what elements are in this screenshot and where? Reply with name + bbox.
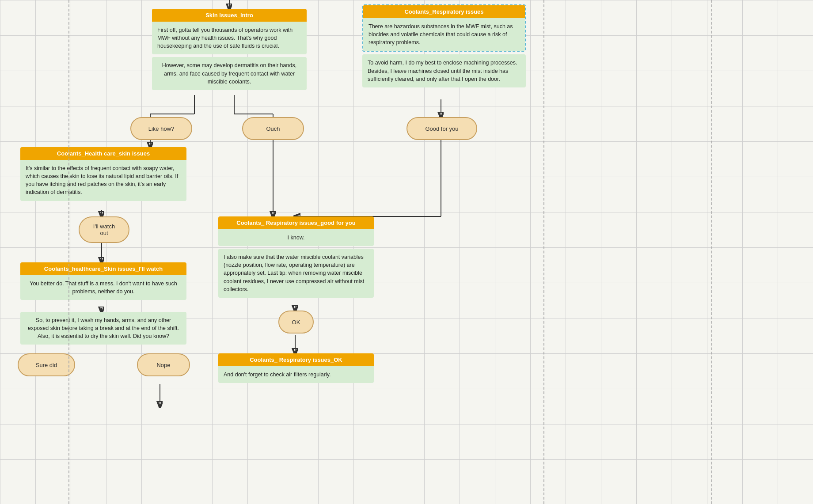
coolants-respiratory-header: Coolants_Respiratory issues — [363, 5, 525, 18]
coolants-health-skin-body: It's similar to the effects of frequent … — [20, 160, 186, 201]
sure-did-bubble[interactable]: Sure did — [18, 353, 75, 376]
coolants-healthcare-watch-node: Coolants_healthcare_Skin issues_I'll wat… — [20, 262, 186, 300]
nope-bubble[interactable]: Nope — [137, 353, 190, 376]
coolants-respiratory-body2: To avoid harm, I do my best to enclose m… — [362, 54, 526, 87]
coolants-resp-good-header: Coolants_ Respiratory issues_good for yo… — [218, 216, 374, 229]
coolants-healthcare-watch-body: You better do. That stuff is a mess. I d… — [20, 275, 186, 300]
coolants-resp-ok-body: And don't forget to check air filters re… — [218, 366, 374, 383]
coolants-health-skin-node: Coolants_Health care_skin issues It's si… — [20, 147, 186, 201]
coolants-resp-good-body1: I know. — [218, 229, 374, 246]
coolants-respiratory-node: Coolants_Respiratory issues There are ha… — [362, 4, 526, 87]
coolants-healthcare-watch-header: Coolants_healthcare_Skin issues_I'll wat… — [20, 262, 186, 275]
coolants-resp-ok-header: Coolants_ Respiratory issues_OK — [218, 353, 374, 366]
good-for-you-bubble[interactable]: Good for you — [406, 117, 477, 140]
skin-issues-intro-body1: First off, gotta tell you thousands of o… — [152, 22, 307, 54]
ok-bubble[interactable]: OK — [278, 311, 314, 333]
skin-issues-intro-node: Skin issues_intro First off, gotta tell … — [152, 9, 307, 90]
skin-issues-intro-header: Skin issues_intro — [152, 9, 307, 22]
skin-issues-intro-body2: However, some may develop dermatitis on … — [152, 57, 307, 90]
ill-watch-out-bubble[interactable]: I'll watch out — [79, 216, 129, 243]
skin-prevent-node: So, to prevent it, I wash my hands, arms… — [20, 312, 186, 345]
coolants-resp-ok-node: Coolants_ Respiratory issues_OK And don'… — [218, 353, 374, 383]
coolants-resp-good-node: Coolants_ Respiratory issues_good for yo… — [218, 216, 374, 298]
coolants-health-skin-header: Coolants_Health care_skin issues — [20, 147, 186, 160]
like-how-bubble[interactable]: Like how? — [130, 117, 192, 140]
skin-prevent-body: So, to prevent it, I wash my hands, arms… — [20, 312, 186, 345]
coolants-resp-good-body2: I also make sure that the water miscible… — [218, 249, 374, 298]
coolants-respiratory-body1: There are hazardous substances in the MW… — [363, 18, 525, 51]
ouch-bubble[interactable]: Ouch — [242, 117, 304, 140]
